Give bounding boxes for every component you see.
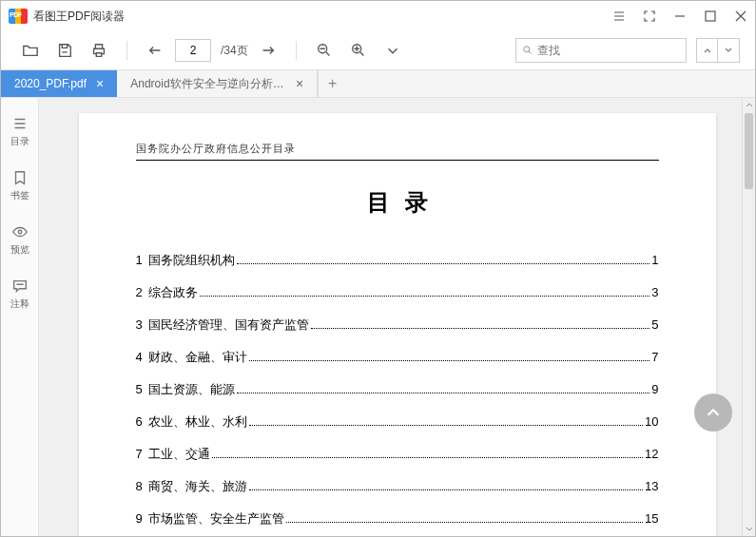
toc-text: 农业、林业、水利 [148,413,247,431]
bookmark-icon [11,169,29,186]
toolbar: /34页 [1,31,755,69]
toc-page-number: 7 [651,350,658,364]
sidebar-item-label: 目录 [10,135,29,148]
tabbar: 2020_PDF.pdf × Android软件安全与逆向分析.pc × + [1,69,755,98]
minimize-button[interactable] [673,10,687,23]
svg-rect-0 [706,11,715,21]
toc-number: 1 [136,253,143,267]
toc-number: 6 [136,414,143,429]
app-icon [9,9,28,24]
toc-entry[interactable]: 1国务院组织机构1 [136,252,659,269]
toc-entry[interactable]: 9市场监管、安全生产监管15 [136,510,659,527]
scrollbar-thumb[interactable] [745,113,753,189]
toc-page-number: 3 [651,285,658,299]
new-tab-button[interactable]: + [318,70,346,97]
scroll-down-arrow[interactable] [743,523,755,536]
app-title: 看图王PDF阅读器 [33,9,612,25]
tab-active[interactable]: 2020_PDF.pdf × [1,70,117,97]
toc-leader-dots [212,457,643,458]
toc-page-number: 9 [651,382,658,396]
sidebar-item-bookmark[interactable]: 书签 [10,169,29,202]
page-header-text: 国务院办公厅政府信息公开目录 [136,142,659,161]
toc-leader-dots [249,489,643,490]
page-number-input[interactable] [175,39,211,62]
sidebar: 目录 书签 预览 注释 [1,98,39,536]
toc-leader-dots [311,328,650,329]
sidebar-item-toc[interactable]: 目录 [10,115,29,148]
sidebar-item-annotation[interactable]: 注释 [10,278,29,311]
search-box[interactable] [515,38,687,63]
toc-leader-dots [249,360,650,361]
maximize-button[interactable] [704,10,717,23]
toc-leader-dots [249,425,643,426]
sidebar-item-label: 书签 [10,189,29,202]
toc-text: 财政、金融、审计 [148,349,247,366]
toc-leader-dots [200,296,650,297]
eye-icon [11,223,29,240]
list-icon [11,115,29,132]
comment-icon [11,278,29,295]
scroll-to-top-button[interactable] [694,393,732,432]
prev-page-button[interactable] [141,36,169,65]
tab-inactive[interactable]: Android软件安全与逆向分析.pc × [117,70,317,97]
toc-number: 9 [136,511,143,526]
search-next-button[interactable] [718,39,739,62]
open-file-button[interactable] [16,36,45,65]
titlebar: 看图王PDF阅读器 [1,1,755,31]
document-viewport[interactable]: 国务院办公厅政府信息公开目录 目录 1国务院组织机构12综合政务33国民经济管理… [39,98,755,536]
next-page-button[interactable] [254,36,282,65]
toc-text: 国土资源、能源 [148,381,235,398]
search-prev-button[interactable] [697,39,718,62]
vertical-scrollbar[interactable] [742,98,755,536]
toc-entry[interactable]: 7工业、交通12 [136,446,659,463]
toc-text: 商贸、海关、旅游 [148,478,247,495]
sidebar-item-preview[interactable]: 预览 [10,223,29,257]
svg-point-3 [524,47,530,52]
toc-leader-dots [237,393,650,393]
menu-button[interactable] [612,10,626,23]
page-total-label: /34页 [221,43,248,59]
close-button[interactable] [734,10,747,23]
toc-entry[interactable]: 5国土资源、能源9 [136,381,659,398]
toc-text: 综合政务 [148,284,198,301]
toc-text: 市场监管、安全生产监管 [148,510,284,527]
toc-number: 2 [136,285,143,299]
zoom-in-button[interactable] [344,36,373,65]
toc-text: 国民经济管理、国有资产监管 [148,316,309,334]
toc-page-number: 1 [651,253,658,267]
svg-point-4 [18,230,22,234]
zoom-dropdown-button[interactable] [378,36,407,65]
tab-title: 2020_PDF.pdf [14,77,87,90]
sidebar-item-label: 注释 [10,297,29,311]
search-input[interactable] [537,44,680,57]
toc-text: 国务院组织机构 [148,252,235,269]
toc-entry[interactable]: 6农业、林业、水利10 [136,413,659,431]
toc-number: 4 [136,350,143,364]
toc-number: 7 [136,447,143,461]
toc-entry[interactable]: 3国民经济管理、国有资产监管5 [136,316,659,334]
toc-leader-dots [237,263,650,264]
tab-title: Android软件安全与逆向分析.pc [130,76,286,92]
fullscreen-button[interactable] [643,10,656,23]
toc-entry[interactable]: 4财政、金融、审计7 [136,349,659,366]
scroll-up-arrow[interactable] [743,98,755,111]
save-button[interactable] [50,36,79,65]
toc-number: 8 [136,479,143,493]
zoom-out-button[interactable] [310,36,339,65]
tab-close-icon[interactable]: × [96,76,104,91]
tab-close-icon[interactable]: × [296,76,303,91]
toc-page-number: 10 [645,414,658,429]
sidebar-item-label: 预览 [10,243,29,257]
toc-entry[interactable]: 2综合政务3 [136,284,659,301]
toc-leader-dots [286,522,643,523]
document-title: 目录 [136,187,659,218]
toc-number: 5 [136,382,143,396]
toc-entry[interactable]: 8商贸、海关、旅游13 [136,478,659,495]
toc-page-number: 15 [645,511,658,526]
pdf-page: 国务院办公厅政府信息公开目录 目录 1国务院组织机构12综合政务33国民经济管理… [79,113,716,536]
chevron-up-icon [705,404,722,421]
toc-text: 工业、交通 [148,446,210,463]
print-button[interactable] [85,36,113,65]
toc-number: 3 [136,317,143,332]
search-icon [522,44,533,57]
